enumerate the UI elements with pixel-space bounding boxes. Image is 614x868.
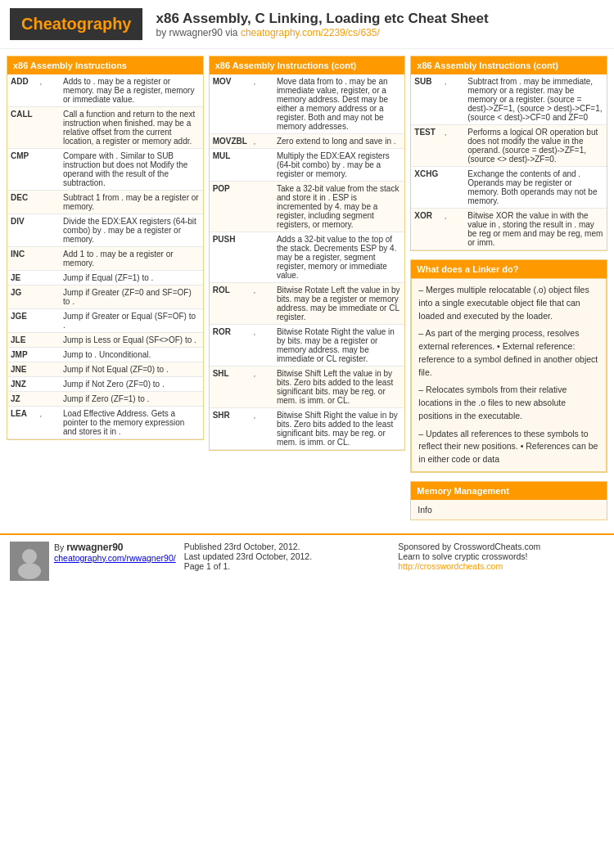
table-row: XOR , Bitwise XOR the value in with the … [411,209,607,250]
instr-args: , [441,125,464,167]
table-row: JNZ Jump if Not Zero (ZF=0) to . [7,377,203,392]
instr-args [37,149,60,191]
logo-cheat: Cheat [21,15,67,33]
updated-date: Last updated 23rd October, 2012. [184,551,391,561]
instr-cmd: DIV [7,214,37,247]
instr-desc: Bitwise Rotate Right the value in by bit… [273,325,404,367]
instr-args [37,392,60,407]
col3-header: x86 Assembly Instructions (cont) [411,56,607,74]
table-row: JG Jump if Greater (ZF=0 and SF=OF) to . [7,286,203,309]
instr-desc: Bitwise XOR the value in with the value … [464,209,607,250]
logo-ography: ography [67,15,132,33]
instr-desc: Zero extend to long and save in . [273,134,404,149]
table-row: JE Jump if Equal (ZF=1) to . [7,271,203,286]
table-row: JZ Jump if Zero (ZF=1) to . [7,392,203,407]
instr-cmd: ROL [210,283,251,325]
instr-desc: Exchange the contents of and . Operands … [464,167,607,209]
instr-desc: Jump is Less or Equal (SF<>OF) to . [60,333,203,348]
instr-args [37,286,60,309]
col2-section: x86 Assembly Instructions (cont) MOV , M… [209,56,406,451]
instr-desc: Call a function and return to the next i… [60,107,203,149]
instr-args: , [251,74,273,134]
instr-args: , [251,367,273,408]
instr-args [37,214,60,247]
instr-args [37,377,60,392]
footer-author-block: By rwwagner90 cheatography.com/rwwagner9… [10,542,176,581]
svg-point-2 [18,563,41,579]
table-row: DEC Subtract 1 from . may be a register … [7,191,203,214]
instr-cmd: PUSH [210,232,251,283]
instr-args [37,309,60,333]
instr-args [37,348,60,362]
table-row: JMP Jump to . Unconditional. [7,348,203,362]
table-row: SHL , Bitwise Shift Left the value in by… [210,367,405,408]
instr-desc: Compare with . Similar to SUB instructio… [60,149,203,191]
page-number: Page 1 of 1. [184,561,391,571]
instr-desc: Take a 32-bit value from the stack and s… [273,182,404,232]
instr-cmd: POP [210,182,251,232]
instr-cmd: TEST [411,125,441,167]
instr-args: , [251,283,273,325]
instr-desc: Move data from to . may be an immediate … [273,74,404,134]
instr-desc: Jump if Not Zero (ZF=0) to . [60,377,203,392]
col1-header: x86 Assembly Instructions [7,56,203,74]
instr-desc: Jump to . Unconditional. [60,348,203,362]
instr-args: , [441,74,464,125]
table-row: POP Take a 32-bit value from the stack a… [210,182,405,232]
col1-table: ADD , Adds to . may be a register or mem… [7,74,203,439]
instr-args: , [37,74,60,107]
instr-cmd: CMP [7,149,37,191]
table-row: TEST , Performs a logical OR operation b… [411,125,607,167]
instr-cmd: ROR [210,325,251,367]
instr-desc: Jump if Greater (ZF=0 and SF=OF) to . [60,286,203,309]
published-date: Published 23rd October, 2012. [184,542,391,551]
instr-desc: Jump if Not Equal (ZF=0) to . [60,362,203,377]
instr-args [37,362,60,377]
author-info: By rwwagner90 cheatography.com/rwwagner9… [54,542,176,563]
instr-desc: Bitwise Shift Left the value in by bits.… [273,367,404,408]
footer: By rwwagner90 cheatography.com/rwwagner9… [0,533,614,587]
table-row: MOV , Move data from to . may be an imme… [210,74,405,134]
author-avatar [10,542,49,581]
column-3: x86 Assembly Instructions (cont) SUB , S… [410,56,607,524]
instr-cmd: CALL [7,107,37,149]
instr-cmd: JG [7,286,37,309]
instr-args [251,182,273,232]
col1-section: x86 Assembly Instructions ADD , Adds to … [7,56,204,440]
instr-desc: Subtract from . may be immediate, memory… [464,74,607,125]
instr-args [37,333,60,348]
table-row: SHR , Bitwise Shift Right the value in b… [210,408,405,450]
sponsor-link[interactable]: http://crosswordcheats.com [398,561,503,571]
instr-cmd: DEC [7,191,37,214]
table-row: JLE Jump is Less or Equal (SF<>OF) to . [7,333,203,348]
mm-header: Memory Management [411,482,607,500]
col3-section: x86 Assembly Instructions (cont) SUB , S… [410,56,607,251]
table-row: CMP Compare with . Similar to SUB instru… [7,149,203,191]
instr-args [37,107,60,149]
instr-args: , [441,209,464,250]
author-link[interactable]: cheatography.com/rwwagner90/ [54,553,176,563]
instr-desc: Jump if Equal (ZF=1) to . [60,271,203,286]
author-name: rwwagner90 [66,542,123,553]
table-row: JGE Jump if Greater or Equal (SF=OF) to … [7,309,203,333]
sponsor-tagline: Learn to solve cryptic crosswords! [398,551,604,561]
table-row: MOVZBL , Zero extend to long and save in… [210,134,405,149]
instr-cmd: JE [7,271,37,286]
instr-cmd: JZ [7,392,37,407]
instr-args [251,232,273,283]
linker-item: – Updates all references to these symbol… [418,428,599,466]
page-title: x86 Assembly, C Linking, Loading etc Che… [156,11,488,27]
instr-args [37,247,60,271]
instr-desc: Bitwise Rotate Left the value in by bits… [273,283,404,325]
linker-section-container: What does a Linker do? – Merges multiple… [410,259,607,473]
table-row: DIV Divide the EDX:EAX registers (64-bit… [7,214,203,247]
col3-table: SUB , Subtract from . may be immediate, … [411,74,607,250]
cheatography-link[interactable]: cheatography.com/2239/cs/635/ [241,27,380,38]
col2-table: MOV , Move data from to . may be an imme… [210,74,405,450]
instr-args: , [251,408,273,450]
instr-args: , [251,134,273,149]
instr-cmd: SHL [210,367,251,408]
header: Cheatography x86 Assembly, C Linking, Lo… [0,0,614,49]
instr-desc: Performs a logical OR operation but does… [464,125,607,167]
table-row: XCHG Exchange the contents of and . Oper… [411,167,607,209]
